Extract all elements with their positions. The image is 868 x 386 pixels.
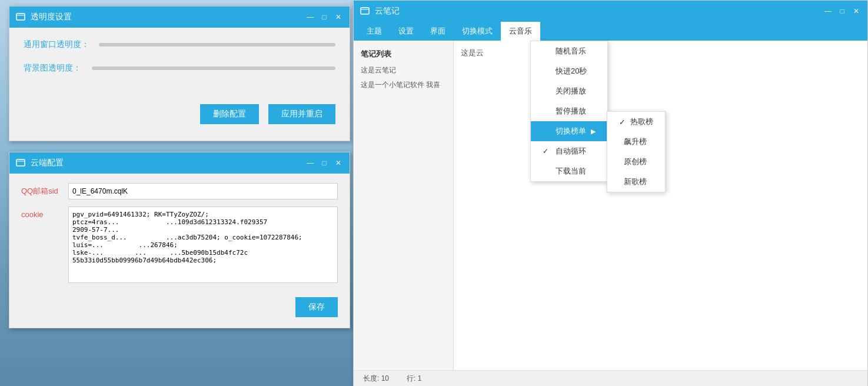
cloud-content: QQ邮箱sid cookie pgv_pvid=6491461332; RK=T… bbox=[9, 174, 350, 292]
general-opacity-label: 通用窗口透明度： bbox=[24, 39, 89, 50]
pause-label: 暂停播放 bbox=[556, 106, 586, 117]
svg-rect-0 bbox=[16, 14, 25, 20]
note-list-header: 笔记列表 bbox=[354, 45, 453, 63]
qq-field-row: QQ邮箱sid bbox=[21, 183, 338, 199]
background-opacity-label: 背景图透明度： bbox=[24, 63, 82, 74]
apply-restart-button[interactable]: 应用并重启 bbox=[268, 104, 335, 124]
switch-list-label: 切换榜单 bbox=[556, 126, 586, 137]
chart-sub-dropdown: ✓ 热歌榜 飙升榜 原创榜 新歌榜 bbox=[607, 111, 666, 192]
cloud-buttons: 保存 bbox=[9, 292, 350, 324]
cookie-textarea[interactable]: pgv_pvid=6491461332; RK=TTyZoyZOZ/; ptcz… bbox=[68, 207, 338, 283]
note-title-bar: 云笔记 — □ ✕ bbox=[354, 1, 867, 22]
transparency-controls: — □ ✕ bbox=[305, 12, 344, 22]
transparency-window: 透明度设置 — □ ✕ 通用窗口透明度： 背景图透明度： 删除配置 应用并重启 bbox=[9, 6, 350, 141]
note-menu-bar: 主题 设置 界面 切换模式 云音乐 bbox=[354, 22, 867, 41]
sub-hot-chart[interactable]: ✓ 热歌榜 bbox=[607, 112, 665, 132]
cloud-controls: — □ ✕ bbox=[305, 158, 344, 168]
random-music-label: 随机音乐 bbox=[556, 46, 586, 56]
dropdown-close-play[interactable]: 关闭播放 bbox=[531, 81, 607, 101]
cloud-window-icon bbox=[15, 158, 26, 168]
svg-rect-2 bbox=[16, 159, 25, 166]
download-current-label: 下载当前 bbox=[556, 166, 586, 177]
cookie-row: cookie pgv_pvid=6491461332; RK=TTyZoyZOZ… bbox=[21, 207, 338, 283]
note-window: 云笔记 — □ ✕ 主题 设置 界面 切换模式 云音乐 笔记列表 这是云笔记 这… bbox=[353, 0, 868, 386]
main-dropdown-menu: 随机音乐 快进20秒 关闭播放 暂停播放 切换榜单 ▶ ✓ 自动循环 bbox=[530, 41, 608, 182]
dropdown-random-music[interactable]: 随机音乐 bbox=[531, 41, 607, 61]
dropdown-download-current[interactable]: 下载当前 bbox=[531, 161, 607, 181]
svg-rect-4 bbox=[361, 8, 369, 14]
delete-config-button[interactable]: 删除配置 bbox=[200, 104, 259, 124]
transparency-close-btn[interactable]: ✕ bbox=[333, 12, 344, 22]
note-body: 笔记列表 这是云笔记 这是一个小笔记软件 我喜 这是云 bbox=[354, 41, 867, 370]
note-title: 云笔记 bbox=[375, 6, 818, 16]
cookie-label: cookie bbox=[21, 210, 62, 219]
close-play-label: 关闭播放 bbox=[556, 86, 586, 96]
transparency-buttons: 删除配置 应用并重启 bbox=[9, 98, 350, 134]
dropdown-pause[interactable]: 暂停播放 bbox=[531, 101, 607, 121]
cloud-music-dropdown: 随机音乐 快进20秒 关闭播放 暂停播放 切换榜单 ▶ ✓ 自动循环 bbox=[530, 41, 608, 182]
cloud-close-btn[interactable]: ✕ bbox=[333, 158, 344, 168]
background-opacity-row: 背景图透明度： bbox=[24, 63, 335, 74]
dropdown-auto-loop[interactable]: ✓ 自动循环 bbox=[531, 141, 607, 161]
general-opacity-row: 通用窗口透明度： bbox=[24, 39, 335, 50]
background-opacity-slider[interactable] bbox=[92, 66, 335, 70]
menu-interface[interactable]: 界面 bbox=[422, 22, 454, 41]
transparency-window-icon bbox=[15, 12, 26, 22]
note-controls: — □ ✕ bbox=[823, 6, 862, 16]
auto-loop-label: 自动循环 bbox=[556, 146, 586, 157]
cloud-title: 云端配置 bbox=[31, 158, 300, 168]
transparency-content: 通用窗口透明度： 背景图透明度： bbox=[9, 28, 350, 98]
transparency-title-bar: 透明度设置 — □ ✕ bbox=[9, 6, 350, 28]
note-list-item-1[interactable]: 这是云笔记 bbox=[354, 63, 453, 78]
note-status-bar: 长度: 10 行: 1 bbox=[354, 370, 867, 386]
note-editor[interactable]: 这是云 bbox=[454, 41, 867, 370]
auto-loop-check: ✓ bbox=[543, 147, 551, 155]
rising-chart-label: 飙升榜 bbox=[624, 137, 647, 147]
note-maximize-btn[interactable]: □ bbox=[837, 6, 847, 16]
cloud-maximize-btn[interactable]: □ bbox=[319, 158, 330, 168]
note-list: 笔记列表 这是云笔记 这是一个小笔记软件 我喜 bbox=[354, 41, 454, 370]
note-editor-content: 这是云 bbox=[461, 48, 860, 58]
note-minimize-btn[interactable]: — bbox=[823, 6, 833, 16]
general-opacity-slider[interactable] bbox=[99, 43, 335, 46]
cloud-minimize-btn[interactable]: — bbox=[305, 158, 315, 168]
save-button[interactable]: 保存 bbox=[295, 297, 338, 317]
menu-switch-mode[interactable]: 切换模式 bbox=[454, 22, 501, 41]
menu-settings[interactable]: 设置 bbox=[390, 22, 422, 41]
status-length: 长度: 10 bbox=[363, 374, 389, 384]
menu-cloud-music[interactable]: 云音乐 bbox=[501, 22, 540, 41]
note-list-item-2[interactable]: 这是一个小笔记软件 我喜 bbox=[354, 78, 453, 92]
transparency-minimize-btn[interactable]: — bbox=[305, 12, 315, 22]
sub-new-chart[interactable]: 新歌榜 bbox=[607, 172, 665, 192]
status-line: 行: 1 bbox=[407, 374, 421, 384]
cloud-config-window: 云端配置 — □ ✕ QQ邮箱sid cookie pgv_pvid=64914… bbox=[9, 152, 350, 328]
switch-list-arrow: ▶ bbox=[591, 128, 596, 135]
transparency-title: 透明度设置 bbox=[31, 12, 300, 22]
cloud-title-bar: 云端配置 — □ ✕ bbox=[9, 152, 350, 174]
dropdown-switch-list[interactable]: 切换榜单 ▶ bbox=[531, 121, 607, 141]
note-close-btn[interactable]: ✕ bbox=[851, 6, 862, 16]
hot-chart-label: 热歌榜 bbox=[630, 117, 653, 127]
original-chart-label: 原创榜 bbox=[624, 157, 647, 167]
qq-input[interactable] bbox=[68, 183, 338, 199]
menu-theme[interactable]: 主题 bbox=[358, 22, 390, 41]
new-chart-label: 新歌榜 bbox=[624, 177, 647, 187]
dropdown-fast-forward[interactable]: 快进20秒 bbox=[531, 61, 607, 81]
sub-rising-chart[interactable]: 飙升榜 bbox=[607, 132, 665, 152]
editor-header-text: 这是云 bbox=[461, 48, 484, 57]
transparency-maximize-btn[interactable]: □ bbox=[319, 12, 330, 22]
fast-forward-label: 快进20秒 bbox=[556, 66, 587, 76]
qq-label: QQ邮箱sid bbox=[21, 186, 62, 197]
sub-original-chart[interactable]: 原创榜 bbox=[607, 152, 665, 172]
hot-chart-check: ✓ bbox=[619, 118, 626, 127]
note-window-icon bbox=[360, 6, 370, 16]
